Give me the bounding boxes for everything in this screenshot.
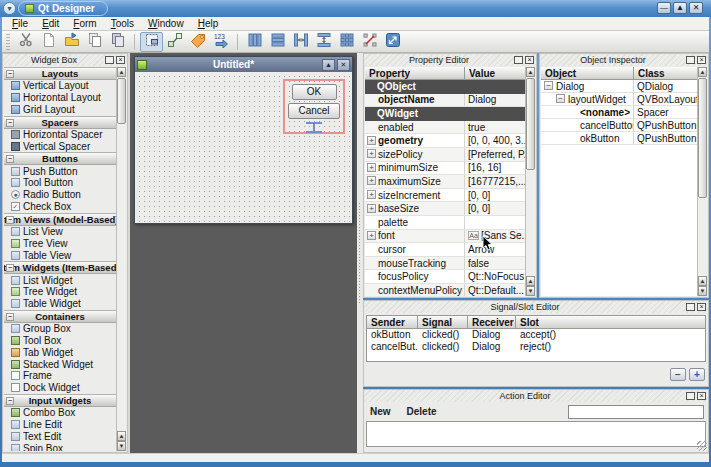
- category-buttons[interactable]: −Buttons: [4, 152, 116, 165]
- paste-button[interactable]: [106, 32, 129, 52]
- object-row-cancelbutton[interactable]: cancelButtonQPushButton: [541, 119, 697, 132]
- property-row-cursor[interactable]: cursorArrow: [365, 243, 525, 257]
- property-value[interactable]: [0, 0]: [465, 202, 525, 215]
- close-icon[interactable]: [116, 56, 125, 64]
- layout-horizontal-button[interactable]: [243, 32, 266, 52]
- widget-box-scrollbar[interactable]: [116, 67, 126, 451]
- edit-widgets-button[interactable]: [140, 32, 163, 52]
- property-group-qwidget[interactable]: QWidget: [365, 107, 525, 121]
- close-icon[interactable]: [697, 392, 706, 400]
- property-row-mousetracking[interactable]: mouseTrackingfalse: [365, 257, 525, 271]
- new-action-button[interactable]: New: [370, 406, 391, 417]
- widget-list-view[interactable]: List View: [4, 226, 116, 238]
- connection-row[interactable]: okButtonclicked()Dialogaccept(): [367, 329, 705, 341]
- scrollbar-thumb[interactable]: [117, 78, 126, 124]
- property-value[interactable]: [465, 216, 525, 229]
- widget-text-edit[interactable]: Text Edit: [4, 430, 116, 442]
- collapse-icon[interactable]: −: [6, 119, 14, 127]
- layout-split-horizontal-button[interactable]: [289, 32, 312, 52]
- menu-tools[interactable]: Tools: [105, 18, 142, 29]
- scroll-up-icon[interactable]: [117, 431, 126, 441]
- property-row-basesize[interactable]: +baseSize[0, 0]: [365, 202, 525, 216]
- property-value[interactable]: Aa[Sans Se...: [465, 230, 525, 243]
- delete-action-button[interactable]: Delete: [407, 406, 437, 417]
- remove-connection-button[interactable]: −: [670, 368, 686, 381]
- property-value[interactable]: [0, 0]: [465, 189, 525, 202]
- widget-group-box[interactable]: Group Box: [4, 323, 116, 335]
- new-form-button[interactable]: [37, 32, 60, 52]
- property-value[interactable]: [Preferred, P...: [465, 148, 525, 161]
- expand-icon[interactable]: +: [367, 231, 376, 240]
- property-value[interactable]: Dialog: [465, 94, 525, 107]
- object-inspector-scrollbar[interactable]: [697, 67, 707, 296]
- property-value[interactable]: Qt::Default...: [465, 284, 525, 296]
- form-titlebar[interactable]: Untitled* ▲✕: [135, 57, 352, 72]
- property-value[interactable]: Arrow: [465, 243, 525, 256]
- category-containers[interactable]: −Containers: [4, 310, 116, 323]
- scroll-up-icon[interactable]: [526, 67, 535, 77]
- close-icon[interactable]: [697, 56, 706, 64]
- widget-tool-box[interactable]: Tool Box: [4, 335, 116, 347]
- add-connection-button[interactable]: +: [689, 368, 705, 381]
- widget-tab-widget[interactable]: Tab Widget: [4, 346, 116, 358]
- break-layout-button[interactable]: [358, 32, 381, 52]
- scroll-up-icon[interactable]: [117, 67, 126, 77]
- widget-combo-box[interactable]: Combo Box: [4, 407, 116, 419]
- widget-frame[interactable]: Frame: [4, 370, 116, 382]
- scroll-up-icon[interactable]: [698, 276, 707, 286]
- cut-button[interactable]: [14, 32, 37, 52]
- property-row-sizepolicy[interactable]: +sizePolicy[Preferred, P...: [365, 148, 525, 162]
- scroll-up-icon[interactable]: [526, 276, 535, 286]
- cancel-button[interactable]: Cancel: [288, 103, 340, 119]
- menu-file[interactable]: File: [6, 18, 36, 29]
- widget-push-button[interactable]: Push Button: [4, 165, 116, 177]
- close-button[interactable]: ✕: [689, 2, 703, 14]
- property-row-enabled[interactable]: enabledtrue: [365, 121, 525, 135]
- object-row-noname[interactable]: <noname>Spacer: [541, 106, 697, 119]
- menu-window[interactable]: Window: [142, 18, 192, 29]
- property-row-geometry[interactable]: +geometry[0, 0, 400, 3...: [365, 134, 525, 148]
- layout-split-vertical-button[interactable]: [312, 32, 335, 52]
- close-icon[interactable]: [697, 303, 706, 311]
- edit-buddies-button[interactable]: [186, 32, 209, 52]
- expand-icon[interactable]: +: [367, 136, 376, 145]
- category-layouts[interactable]: −Layouts: [4, 67, 116, 80]
- float-icon[interactable]: [686, 392, 695, 400]
- edit-tab-order-button[interactable]: 123: [209, 32, 232, 52]
- layout-grid-button[interactable]: [335, 32, 358, 52]
- widget-tree-view[interactable]: Tree View: [4, 237, 116, 249]
- column-class[interactable]: Class: [634, 67, 697, 79]
- action-filter-input[interactable]: [568, 405, 704, 419]
- column-signal[interactable]: Signal: [418, 316, 468, 328]
- property-value[interactable]: Qt::NoFocus: [465, 270, 525, 283]
- column-slot[interactable]: Slot: [516, 316, 705, 328]
- expand-icon[interactable]: +: [367, 176, 376, 185]
- layout-vertical-button[interactable]: [266, 32, 289, 52]
- column-value[interactable]: Value: [465, 67, 525, 79]
- category-input-widgets[interactable]: −Input Widgets: [4, 394, 116, 407]
- float-icon[interactable]: [514, 56, 523, 64]
- widget-check-box[interactable]: ✓Check Box: [4, 201, 116, 213]
- form-shade-button[interactable]: ▲: [322, 59, 335, 71]
- property-group-qobject[interactable]: QObject: [365, 80, 525, 94]
- object-row-dialog[interactable]: −DialogQDialog: [541, 80, 697, 93]
- category-item-widgets-item-based[interactable]: −Item Widgets (Item-Based): [4, 261, 116, 274]
- property-value[interactable]: [16777215,...: [465, 175, 525, 188]
- resize-grip-icon[interactable]: [697, 441, 707, 451]
- category-item-views-model-based[interactable]: −Item Views (Model-Based): [4, 213, 116, 226]
- property-value[interactable]: true: [465, 121, 525, 134]
- connection-row[interactable]: cancelBut...clicked()Dialogreject(): [367, 341, 705, 353]
- menu-form[interactable]: Form: [67, 18, 104, 29]
- scroll-down-icon[interactable]: [117, 441, 126, 451]
- widget-horizontal-spacer[interactable]: Horizontal Spacer: [4, 129, 116, 141]
- property-row-maximumsize[interactable]: +maximumSize[16777215,...: [365, 175, 525, 189]
- collapse-icon[interactable]: −: [6, 155, 14, 163]
- widget-vertical-layout[interactable]: Vertical Layout: [4, 80, 116, 92]
- adjust-size-button[interactable]: [381, 32, 404, 52]
- ok-button[interactable]: OK: [292, 84, 337, 100]
- close-icon[interactable]: [525, 56, 534, 64]
- expand-icon[interactable]: +: [367, 190, 376, 199]
- expand-icon[interactable]: +: [367, 163, 376, 172]
- property-row-contextmenupolicy[interactable]: contextMenuPolicyQt::Default...: [365, 284, 525, 296]
- column-property[interactable]: Property: [365, 67, 465, 79]
